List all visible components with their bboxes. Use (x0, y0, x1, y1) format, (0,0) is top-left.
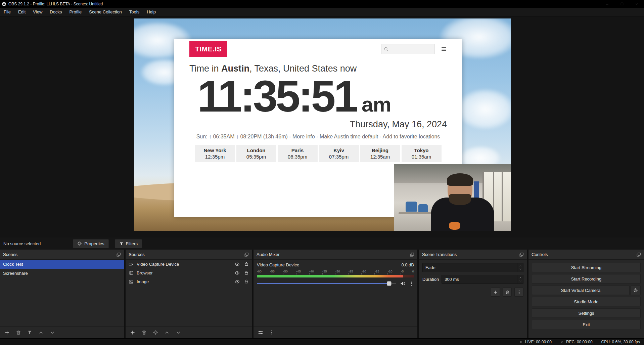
remove-source-button[interactable] (141, 330, 147, 335)
menu-tools[interactable]: Tools (126, 8, 143, 16)
remove-scene-button[interactable] (16, 330, 21, 335)
mixer-options-icon[interactable] (409, 281, 414, 286)
menu-help[interactable]: Help (143, 8, 159, 16)
popout-icon[interactable] (519, 252, 524, 257)
visibility-toggle-icon[interactable] (235, 262, 240, 267)
sources-dock: Sources Video Capture Device Browser (126, 250, 252, 338)
filters-button[interactable]: Filters (115, 239, 142, 248)
live-status: LIVE: 00:00:00 (519, 340, 551, 344)
db-tick-label: -20 (362, 269, 366, 273)
minimize-button[interactable] (600, 0, 614, 8)
lock-toggle-icon[interactable] (244, 279, 249, 284)
city-box: New York 12:35pm (195, 145, 235, 162)
dock-row: Scenes Clock Test Screenshare Sources (0, 250, 644, 338)
transition-properties-button[interactable] (514, 288, 523, 297)
window-controls (600, 0, 644, 8)
transitions-dock-header[interactable]: Scene Transitions (419, 250, 527, 260)
clock-time: 11:35:51 (197, 74, 356, 119)
cpu-fps-stats: CPU: 0.6%, 30.00 fps (601, 340, 640, 344)
source-item-video-capture[interactable]: Video Capture Device (126, 260, 252, 268)
preview-canvas[interactable]: TIME.IS Time in Austin, Texas, United St… (134, 18, 511, 231)
menu-edit[interactable]: Edit (14, 8, 29, 16)
exit-button[interactable]: Exit (532, 320, 641, 329)
scene-filters-button[interactable] (27, 330, 32, 335)
volume-slider[interactable] (257, 283, 396, 284)
sources-dock-title: Sources (129, 252, 145, 257)
advanced-audio-button[interactable] (258, 330, 263, 335)
maximize-button[interactable] (614, 0, 629, 8)
db-tick-label: -60 (257, 269, 262, 273)
start-streaming-button[interactable]: Start Streaming (532, 263, 641, 272)
move-scene-up-button[interactable] (38, 330, 44, 335)
virtual-camera-settings-button[interactable] (631, 286, 641, 295)
audio-mixer-dock-header[interactable]: Audio Mixer (254, 250, 417, 260)
menu-view[interactable]: View (29, 8, 46, 16)
volume-slider-fill (257, 283, 389, 284)
remove-transition-button[interactable] (503, 288, 512, 297)
properties-button[interactable]: Properties (73, 239, 108, 248)
audio-mixer-dock-title: Audio Mixer (257, 252, 280, 257)
move-scene-down-button[interactable] (50, 330, 55, 335)
city-time: 12:35pm (195, 154, 235, 160)
person-beard (449, 194, 471, 205)
source-properties-button[interactable] (153, 330, 158, 335)
duration-stepper[interactable] (517, 275, 523, 284)
popout-icon[interactable] (244, 252, 249, 257)
add-scene-button[interactable] (4, 330, 10, 335)
controls-dock-header[interactable]: Controls (528, 250, 644, 260)
source-label: Browser (137, 270, 153, 275)
move-source-up-button[interactable] (164, 330, 170, 335)
speaker-icon[interactable] (400, 281, 405, 286)
add-transition-button[interactable] (491, 288, 500, 297)
popout-icon[interactable] (410, 252, 414, 257)
menu-profile[interactable]: Profile (65, 8, 85, 16)
menu-docks[interactable]: Docks (46, 8, 65, 16)
source-item-browser[interactable]: Browser (126, 268, 252, 277)
minimize-icon (605, 2, 609, 6)
more-info-link: More info (292, 134, 315, 139)
office-chair (406, 202, 417, 212)
trash-icon (505, 290, 510, 295)
sources-dock-header[interactable]: Sources (126, 250, 252, 260)
settings-button[interactable]: Settings (532, 308, 641, 318)
scene-item-screenshare[interactable]: Screenshare (0, 269, 124, 278)
city-box: Tokyo 01:35am (402, 145, 442, 162)
popout-icon[interactable] (636, 252, 641, 257)
volume-slider-handle[interactable] (387, 282, 392, 286)
mixer-menu-button[interactable] (269, 330, 274, 335)
scenes-dock-header[interactable]: Scenes (0, 250, 124, 260)
menu-bar: File Edit View Docks Profile Scene Colle… (0, 8, 644, 16)
mixer-db-scale: -60 -55 -50 -45 -40 -35 -30 -25 -20 -15 … (257, 269, 414, 273)
studio-mode-button[interactable]: Studio Mode (532, 297, 641, 306)
scenes-dock: Scenes Clock Test Screenshare (0, 250, 124, 338)
city-name: London (236, 147, 276, 153)
start-recording-button[interactable]: Start Recording (532, 274, 641, 284)
scene-item-clock-test[interactable]: Clock Test (0, 260, 124, 269)
close-button[interactable] (629, 0, 644, 8)
source-item-image[interactable]: Image (126, 277, 252, 286)
db-tick-label: -25 (349, 269, 353, 273)
start-virtual-camera-button[interactable]: Start Virtual Camera (532, 286, 630, 295)
controls-dock-title: Controls (532, 252, 548, 257)
source-label: Video Capture Device (137, 262, 179, 267)
city-time: 07:35pm (319, 154, 359, 160)
move-source-down-button[interactable] (176, 330, 181, 335)
popout-icon[interactable] (116, 252, 121, 257)
menu-scene-collection[interactable]: Scene Collection (85, 8, 126, 16)
lock-toggle-icon[interactable] (244, 270, 249, 275)
visibility-toggle-icon[interactable] (235, 279, 240, 284)
menu-file[interactable]: File (0, 8, 14, 16)
controls-dock: Controls Start Streaming Start Recording… (528, 250, 644, 338)
rec-status: REC: 00:00:00 (560, 340, 593, 344)
city-time: 05:35pm (236, 154, 276, 160)
city-time: 12:35am (360, 154, 400, 160)
maximize-icon (620, 2, 624, 6)
transition-stepper[interactable] (517, 263, 523, 272)
add-source-button[interactable] (130, 330, 135, 335)
lock-toggle-icon[interactable] (244, 262, 249, 266)
transition-select[interactable]: Fade (422, 263, 523, 272)
duration-field[interactable]: 300 ms (442, 275, 523, 284)
sun-info: Sun: ↑ 06:35AM ↓ 08:20PM (13h 46m) - (196, 134, 292, 139)
city-name: Kyiv (319, 147, 359, 153)
visibility-toggle-icon[interactable] (235, 270, 240, 275)
